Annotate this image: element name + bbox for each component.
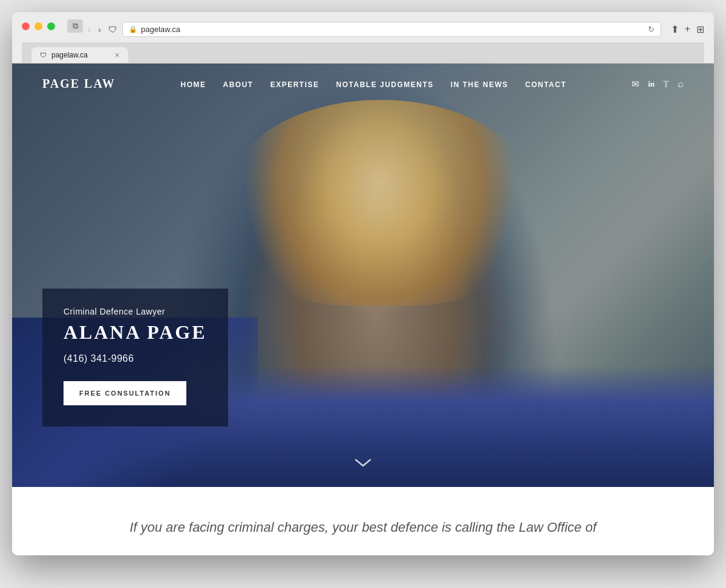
browser-toolbar-right: ⬆ + ⊞ [671, 24, 704, 35]
new-tab-icon[interactable]: + [685, 24, 690, 34]
twitter-icon[interactable]: 𝕋 [663, 79, 669, 89]
linkedin-icon[interactable]: in [648, 79, 655, 89]
hero-hair-detail [223, 100, 538, 305]
hero-content-panel: Criminal Defence Lawyer ALANA PAGE (416)… [42, 289, 228, 426]
email-icon[interactable]: ✉ [632, 79, 639, 90]
nav-links: HOME ABOUT EXPERTISE NOTABLE JUDGMENTS I… [181, 79, 567, 90]
share-icon[interactable]: ⬆ [671, 24, 679, 35]
nav-link-notable-judgments[interactable]: NOTABLE JUDGMENTS [336, 80, 434, 89]
nav-buttons: ‹ › [85, 23, 103, 36]
minimize-button[interactable] [34, 22, 42, 30]
tab-favicon: 🛡 [40, 51, 47, 59]
nav-item-in-the-news[interactable]: IN THE NEWS [451, 79, 508, 90]
browser-chrome: ⧉ ‹ › 🛡 🔒 pagelaw.ca ↻ ⬆ + [12, 12, 714, 64]
hero-section: PAGE LAW HOME ABOUT EXPERTISE NOTABLE JU… [12, 64, 714, 487]
nav-item-contact[interactable]: CONTACT [525, 79, 566, 90]
close-button[interactable] [22, 22, 30, 30]
address-bar[interactable]: 🔒 pagelaw.ca ↻ [122, 22, 661, 37]
hero-info-panel: Criminal Defence Lawyer ALANA PAGE (416)… [42, 289, 228, 426]
tab-close-button[interactable]: ✕ [114, 51, 120, 59]
nav-link-expertise[interactable]: EXPERTISE [270, 80, 319, 89]
hero-phone[interactable]: (416) 341-9966 [64, 353, 207, 364]
below-hero-text: If you are facing criminal charges, your… [48, 517, 678, 537]
grid-view-icon[interactable]: ⊞ [696, 24, 704, 35]
url-text: pagelaw.ca [141, 25, 180, 34]
site-logo[interactable]: PAGE LAW [42, 77, 116, 91]
nav-link-contact[interactable]: CONTACT [525, 80, 566, 89]
nav-item-home[interactable]: HOME [181, 79, 206, 90]
browser-controls: ⧉ [22, 19, 83, 33]
website-content: PAGE LAW HOME ABOUT EXPERTISE NOTABLE JU… [12, 64, 714, 555]
nav-link-about[interactable]: ABOUT [223, 80, 253, 89]
forward-button[interactable]: › [96, 23, 103, 36]
lock-icon: 🔒 [129, 25, 137, 33]
back-button[interactable]: ‹ [85, 23, 93, 36]
nav-item-about[interactable]: ABOUT [223, 79, 253, 90]
maximize-button[interactable] [47, 22, 55, 30]
below-hero-section: If you are facing criminal charges, your… [12, 487, 714, 555]
refresh-icon[interactable]: ↻ [648, 25, 655, 34]
nav-link-in-the-news[interactable]: IN THE NEWS [451, 80, 508, 89]
nav-item-expertise[interactable]: EXPERTISE [270, 79, 319, 90]
scroll-indicator[interactable] [354, 457, 372, 472]
active-tab[interactable]: 🛡 pagelaw.ca ✕ [31, 47, 128, 63]
address-bar-container: 🛡 🔒 pagelaw.ca ↻ [108, 22, 661, 37]
search-icon[interactable]: ⌕ [678, 78, 684, 90]
tab-label: pagelaw.ca [51, 51, 88, 59]
free-consultation-button[interactable]: FREE CONSULTATION [64, 381, 186, 405]
browser-window: ⧉ ‹ › 🛡 🔒 pagelaw.ca ↻ ⬆ + [12, 12, 714, 555]
nav-social-icons: ✉ in 𝕋 ⌕ [632, 78, 684, 90]
nav-item-notable-judgments[interactable]: NOTABLE JUDGMENTS [336, 79, 434, 90]
tab-view-button[interactable]: ⧉ [67, 19, 83, 33]
nav-link-home[interactable]: HOME [181, 80, 206, 89]
privacy-icon[interactable]: 🛡 [108, 24, 117, 34]
main-nav: PAGE LAW HOME ABOUT EXPERTISE NOTABLE JU… [12, 64, 714, 104]
hero-title: ALANA PAGE [64, 321, 207, 344]
tab-bar: 🛡 pagelaw.ca ✕ [22, 42, 704, 63]
hero-subtitle: Criminal Defence Lawyer [64, 307, 207, 316]
